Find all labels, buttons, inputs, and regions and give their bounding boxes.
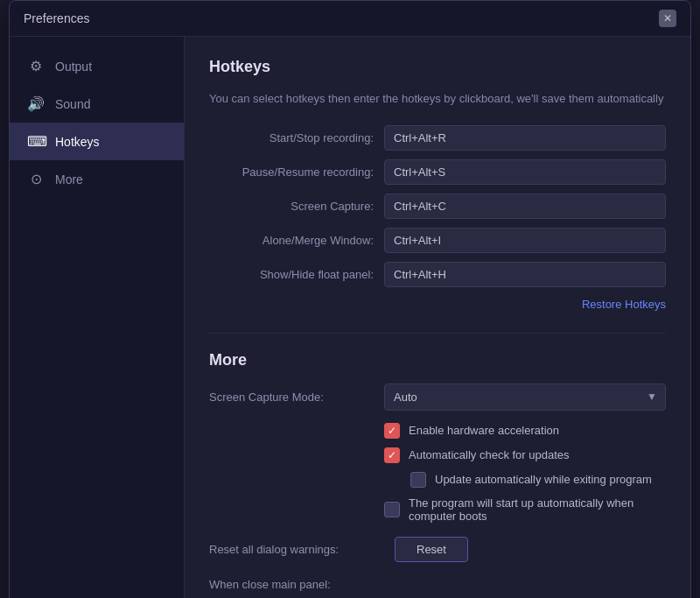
sidebar-label-hotkeys: Hotkeys — [55, 135, 100, 149]
title-bar: Preferences ✕ — [10, 1, 690, 37]
sidebar-item-hotkeys[interactable]: ⌨ Hotkeys — [10, 123, 184, 160]
hotkeys-description: You can select hotkeys then enter the ho… — [209, 90, 666, 108]
hotkey-label-alone-merge: Alone/Merge Window: — [209, 234, 384, 247]
update-on-exit-row: Update automatically while exiting progr… — [209, 472, 666, 488]
hw-accel-label: Enable hardware acceleration — [409, 424, 559, 437]
sound-icon: 🔊 — [27, 95, 45, 112]
hotkey-input-alone-merge[interactable] — [384, 228, 666, 253]
hw-accel-row: ✓ Enable hardware acceleration — [209, 423, 666, 439]
auto-start-row: The program will start up automatically … — [209, 496, 666, 523]
screen-capture-mode-row: Screen Capture Mode: Auto Manual GDI DXG… — [209, 383, 666, 411]
content-area: ⚙ Output 🔊 Sound ⌨ Hotkeys ⊙ More Hotkey… — [10, 37, 690, 598]
hotkey-input-screen-capture[interactable] — [384, 193, 666, 219]
dialog-title: Preferences — [24, 11, 89, 25]
auto-update-row: ✓ Automatically check for updates — [209, 447, 666, 463]
screen-capture-mode-select[interactable]: Auto Manual GDI DXGI — [384, 383, 666, 411]
screen-capture-mode-label: Screen Capture Mode: — [209, 390, 384, 404]
sidebar-item-output[interactable]: ⚙ Output — [10, 47, 184, 85]
auto-update-checkbox[interactable]: ✓ — [384, 447, 400, 463]
hotkey-input-show-hide[interactable] — [384, 262, 666, 287]
hotkey-row-start-stop: Start/Stop recording: — [209, 125, 666, 151]
more-section: More Screen Capture Mode: Auto Manual GD… — [209, 333, 666, 599]
update-on-exit-checkbox[interactable] — [410, 472, 426, 488]
auto-start-checkbox[interactable] — [384, 502, 400, 517]
screen-capture-mode-wrapper: Auto Manual GDI DXGI ▼ — [384, 383, 666, 411]
hotkey-input-pause-resume[interactable] — [384, 159, 666, 185]
more-icon: ⊙ — [27, 171, 45, 187]
more-title: More — [209, 351, 666, 369]
output-icon: ⚙ — [27, 58, 45, 74]
reset-dialog-row: Reset all dialog warnings: Reset — [209, 537, 666, 562]
hw-accel-checkmark: ✓ — [388, 425, 396, 437]
sidebar-label-output: Output — [55, 60, 92, 74]
sidebar-item-sound[interactable]: 🔊 Sound — [10, 85, 184, 123]
close-panel-label: When close main panel: — [209, 578, 666, 591]
hotkey-label-show-hide: Show/Hide float panel: — [209, 268, 384, 281]
hotkey-label-start-stop: Start/Stop recording: — [209, 131, 384, 144]
sidebar-item-more[interactable]: ⊙ More — [10, 160, 184, 198]
restore-hotkeys-link[interactable]: Restore Hotkeys — [582, 298, 666, 311]
hotkeys-section: Hotkeys You can select hotkeys then ente… — [209, 58, 666, 312]
sidebar-label-sound: Sound — [55, 97, 90, 111]
hotkey-row-show-hide: Show/Hide float panel: — [209, 262, 666, 287]
hotkey-row-screen-capture: Screen Capture: — [209, 193, 666, 219]
sidebar-label-more: More — [55, 172, 83, 186]
hotkeys-title: Hotkeys — [209, 58, 666, 76]
hotkey-input-start-stop[interactable] — [384, 125, 666, 151]
preferences-dialog: Preferences ✕ ⚙ Output 🔊 Sound ⌨ Hotkeys… — [9, 0, 691, 598]
hotkeys-icon: ⌨ — [27, 133, 45, 150]
reset-dialog-label: Reset all dialog warnings: — [209, 543, 384, 556]
auto-start-label: The program will start up automatically … — [409, 496, 666, 523]
sidebar: ⚙ Output 🔊 Sound ⌨ Hotkeys ⊙ More — [10, 37, 185, 598]
restore-link-container: Restore Hotkeys — [209, 296, 666, 312]
hotkey-label-screen-capture: Screen Capture: — [209, 200, 384, 213]
close-button[interactable]: ✕ — [659, 10, 676, 27]
update-on-exit-label: Update automatically while exiting progr… — [435, 473, 652, 486]
hotkey-label-pause-resume: Pause/Resume recording: — [209, 165, 384, 179]
hotkey-row-alone-merge: Alone/Merge Window: — [209, 228, 666, 253]
auto-update-label: Automatically check for updates — [409, 448, 570, 461]
main-content: Hotkeys You can select hotkeys then ente… — [185, 37, 690, 598]
hw-accel-checkbox[interactable]: ✓ — [384, 423, 400, 439]
reset-dialog-button[interactable]: Reset — [395, 537, 468, 562]
hotkey-row-pause-resume: Pause/Resume recording: — [209, 159, 666, 185]
auto-update-checkmark: ✓ — [388, 449, 396, 461]
